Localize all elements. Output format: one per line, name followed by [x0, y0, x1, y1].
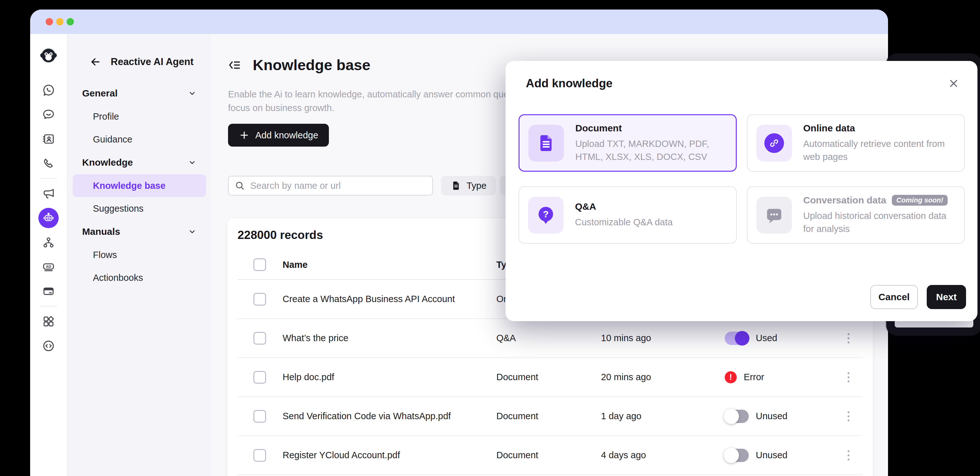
row-name: Register YCloud Account.pdf [283, 450, 496, 460]
sidebar-item-profile[interactable]: Profile [73, 105, 206, 128]
agent-title: Reactive AI Agent [111, 56, 194, 68]
status-label: Unused [756, 411, 788, 422]
row-date: 20 mins ago [601, 372, 725, 382]
select-all-checkbox[interactable] [253, 258, 266, 271]
traffic-light-minimize[interactable] [56, 18, 64, 26]
row-status: Used [725, 332, 842, 345]
error-icon: ! [725, 371, 737, 383]
sidebar-section-label: Knowledge [82, 157, 133, 168]
rail-item-org-chart-icon[interactable] [30, 230, 67, 254]
sidebar-item-knowledge-base[interactable]: Knowledge base [73, 174, 206, 197]
org-chart-icon [42, 236, 55, 249]
sidebar-item-actionbooks[interactable]: Actionbooks [73, 266, 206, 289]
rail-divider [40, 306, 57, 307]
rail-item-contact-card-icon[interactable] [30, 126, 67, 151]
chevron-down-icon [188, 227, 197, 236]
rail-item-code-icon[interactable] [30, 334, 67, 358]
sidebar-section-knowledge[interactable]: Knowledge [68, 151, 211, 174]
knowledge-type-cards: DocumentUpload TXT, MARKDOWN, PDF, HTML,… [519, 114, 965, 244]
rail-item-chat-icon[interactable] [30, 102, 67, 126]
next-button[interactable]: Next [927, 285, 966, 309]
rail-item-whatsapp-icon[interactable] [30, 78, 67, 102]
knowledge-type-card-q-a[interactable]: ?Q&ACustomizable Q&A data [519, 186, 737, 244]
knowledge-type-card-document[interactable]: DocumentUpload TXT, MARKDOWN, PDF, HTML,… [519, 114, 737, 172]
row-menu-kebab-icon[interactable] [842, 329, 855, 348]
rail-divider [40, 178, 57, 179]
card-title: Q&A [575, 201, 596, 212]
row-menu-kebab-icon[interactable] [842, 368, 855, 387]
rail-item-robot-icon[interactable] [30, 206, 67, 230]
ad-icon: AD [42, 260, 55, 273]
icon-rail-items: AD [30, 78, 67, 358]
collapse-panel-icon[interactable] [228, 58, 241, 72]
usage-toggle[interactable] [725, 332, 749, 345]
contact-card-icon [42, 133, 55, 145]
table-row: Help doc.pdfDocument20 mins ago!Error [237, 358, 863, 397]
search-input[interactable] [250, 180, 426, 191]
row-checkbox[interactable] [253, 371, 266, 384]
row-name: What’s the price [283, 333, 496, 343]
icon-rail: AD [30, 34, 68, 476]
rail-item-phone-icon[interactable] [30, 151, 67, 176]
card-title: Document [575, 123, 622, 134]
phone-icon [42, 157, 55, 170]
row-type: Q&A [496, 333, 601, 343]
link-icon [768, 137, 781, 149]
cancel-button[interactable]: Cancel [870, 285, 918, 309]
row-type: Document [496, 372, 601, 382]
rail-item-credit-card-icon[interactable] [30, 279, 67, 303]
row-checkbox[interactable] [253, 293, 266, 305]
conversation-icon [764, 205, 784, 225]
row-name: Create a WhatsApp Business API Account [283, 294, 496, 304]
row-date: 1 day ago [601, 411, 725, 422]
sidebar-item-flows[interactable]: Flows [73, 243, 206, 266]
type-filter-button[interactable]: Type [441, 176, 496, 195]
monkey-logo [39, 46, 58, 65]
page-title: Knowledge base [253, 56, 371, 73]
status-label: Unused [756, 450, 788, 460]
traffic-light-zoom[interactable] [67, 18, 74, 26]
card-icon-tile: ? [528, 197, 563, 233]
close-icon[interactable] [948, 77, 960, 89]
usage-toggle[interactable] [725, 449, 749, 462]
coming-soon-badge: Coming soon! [892, 195, 948, 206]
back-arrow-icon[interactable] [90, 56, 101, 68]
knowledge-type-card-online-data[interactable]: Online dataAutomatically retrieve conten… [747, 114, 965, 172]
row-status: Unused [725, 410, 842, 423]
sidebar-section-manuals[interactable]: Manuals [68, 220, 211, 243]
knowledge-type-card-conversation-data: Conversation dataComing soon!Upload hist… [747, 186, 965, 244]
row-checkbox[interactable] [253, 449, 266, 462]
apps-grid-icon [42, 315, 55, 328]
row-date: 4 days ago [601, 450, 725, 460]
sidebar-item-suggestions[interactable]: Suggestions [73, 197, 206, 220]
usage-toggle[interactable] [725, 410, 749, 423]
row-checkbox[interactable] [253, 410, 266, 423]
search-icon [234, 180, 245, 191]
window-titlebar [30, 10, 888, 34]
card-description: Upload historical conversation data for … [803, 209, 957, 235]
sidebar-item-guidance[interactable]: Guidance [73, 128, 206, 151]
whatsapp-icon [42, 83, 55, 97]
credit-card-icon [42, 285, 55, 298]
row-checkbox[interactable] [253, 332, 266, 345]
rail-item-ad-icon[interactable]: AD [30, 254, 67, 279]
agent-sidebar: Reactive AI Agent GeneralProfileGuidance… [68, 34, 211, 476]
svg-text:AD: AD [46, 265, 51, 268]
card-title: Online data [803, 123, 855, 134]
canvas: AD Reactive AI Agent GeneralProfileGuida… [0, 0, 980, 476]
add-knowledge-button[interactable]: Add knowledge [228, 124, 329, 147]
row-menu-kebab-icon[interactable] [842, 446, 855, 465]
status-label: Used [756, 333, 777, 343]
search-box [228, 176, 433, 195]
row-menu-kebab-icon[interactable] [842, 407, 855, 426]
rail-item-megaphone-icon[interactable] [30, 181, 67, 206]
svg-text:?: ? [543, 209, 549, 219]
traffic-light-close[interactable] [46, 18, 53, 26]
row-name: Send Verification Code via WhatsApp.pdf [283, 411, 496, 422]
card-icon-tile [756, 197, 792, 233]
sidebar-section-general[interactable]: General [68, 81, 211, 105]
chevron-down-icon [188, 89, 197, 98]
table-row: Register YCloud Account.pdfDocument4 day… [237, 436, 863, 475]
document-icon [536, 133, 556, 153]
rail-item-apps-grid-icon[interactable] [30, 309, 67, 334]
